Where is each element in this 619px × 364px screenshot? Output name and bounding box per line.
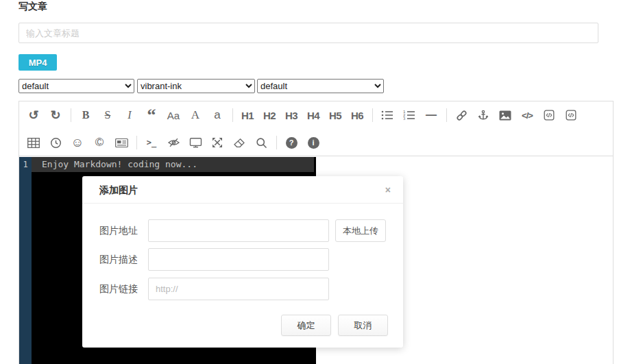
svg-text:3: 3 xyxy=(403,117,405,121)
image-description-label: 图片描述 xyxy=(99,248,143,271)
list-ul-icon[interactable] xyxy=(379,106,396,124)
toolbar-separator xyxy=(276,136,277,149)
editor-toolbar: ↺ ↻ B S I “ Aa A a H1 H2 H3 H4 H5 H6 xyxy=(19,101,613,156)
fullscreen-icon[interactable] xyxy=(209,134,226,151)
help-icon[interactable]: ? xyxy=(283,134,300,151)
redo-icon[interactable]: ↻ xyxy=(47,106,64,124)
link-icon[interactable] xyxy=(453,106,470,124)
local-upload-button[interactable]: 本地上传 xyxy=(335,219,386,242)
toolbar-separator xyxy=(372,108,373,122)
mp4-button[interactable]: MP4 xyxy=(19,54,57,71)
line-number-gutter: 1 xyxy=(19,157,32,364)
lowercase-icon[interactable]: a xyxy=(209,106,226,124)
info-icon[interactable]: i xyxy=(305,134,321,151)
add-image-dialog: 添加图片 × 图片地址 本地上传 图片描述 图片链接 确定 取消 xyxy=(82,176,403,348)
article-title-input[interactable] xyxy=(19,23,598,43)
datetime-icon[interactable] xyxy=(47,134,64,151)
toolbar-row-1: ↺ ↻ B S I “ Aa A a H1 H2 H3 H4 H5 H6 xyxy=(19,101,613,129)
table-icon[interactable] xyxy=(25,134,42,151)
toolbar-row-2: ☺ © >_ xyxy=(19,129,613,156)
image-description-input[interactable] xyxy=(148,248,329,271)
html-entities-icon[interactable]: © xyxy=(91,134,108,151)
italic-icon[interactable]: I xyxy=(121,106,138,124)
image-link-input[interactable] xyxy=(148,278,329,300)
emoji-icon[interactable]: ☺ xyxy=(69,134,86,151)
confirm-button[interactable]: 确定 xyxy=(281,315,331,336)
search-icon[interactable] xyxy=(253,134,269,151)
preview-monitor-icon[interactable] xyxy=(187,134,204,151)
dialog-header: 添加图片 × xyxy=(82,176,403,204)
code-icon[interactable]: </> xyxy=(519,106,535,124)
code-line-text: Enjoy Markdown! coding now... xyxy=(32,157,314,172)
uppercase-icon[interactable]: Aa xyxy=(165,106,182,124)
toolbar-separator xyxy=(136,136,137,149)
info-glyph: i xyxy=(308,137,319,149)
code-block-icon[interactable] xyxy=(563,106,579,124)
preformatted-text-icon[interactable] xyxy=(541,106,557,124)
select-default-1[interactable]: default xyxy=(19,79,134,93)
list-ol-icon[interactable]: 123 xyxy=(401,106,417,124)
image-url-label: 图片地址 xyxy=(99,219,143,242)
h6-button[interactable]: H6 xyxy=(349,106,365,124)
h3-button[interactable]: H3 xyxy=(283,106,300,124)
image-link-label: 图片链接 xyxy=(99,278,143,300)
h1-button[interactable]: H1 xyxy=(239,106,256,124)
h5-button[interactable]: H5 xyxy=(327,106,343,124)
clear-eraser-icon[interactable] xyxy=(231,134,247,151)
image-url-input[interactable] xyxy=(148,219,329,242)
bold-icon[interactable]: B xyxy=(77,106,94,124)
toolbar-separator xyxy=(232,108,233,122)
horizontal-rule-icon[interactable]: — xyxy=(423,106,439,124)
page-title: 写文章 xyxy=(19,1,47,13)
dialog-title: 添加图片 xyxy=(99,184,138,195)
toolbar-separator xyxy=(71,108,71,122)
help-glyph: ? xyxy=(286,137,298,149)
ucfirst-icon[interactable]: A xyxy=(187,106,204,124)
quote-icon[interactable]: “ xyxy=(143,106,160,124)
close-icon[interactable]: × xyxy=(385,176,391,204)
active-line-highlight: Enjoy Markdown! coding now... xyxy=(32,157,314,172)
h4-button[interactable]: H4 xyxy=(305,106,321,124)
h2-button[interactable]: H2 xyxy=(261,106,278,124)
line-number: 1 xyxy=(19,157,32,172)
image-icon[interactable] xyxy=(497,106,513,124)
strikethrough-icon[interactable]: S xyxy=(99,106,116,124)
select-theme[interactable]: vibrant-ink xyxy=(137,79,255,93)
undo-icon[interactable]: ↺ xyxy=(25,106,42,124)
goto-line-icon[interactable]: >_ xyxy=(143,134,160,151)
watch-eye-slash-icon[interactable] xyxy=(165,134,182,151)
select-default-2[interactable]: default xyxy=(257,79,384,93)
cancel-button[interactable]: 取消 xyxy=(338,315,388,336)
toolbar-separator xyxy=(446,108,447,122)
pagebreak-icon[interactable] xyxy=(113,134,130,151)
anchor-icon[interactable] xyxy=(475,106,491,124)
